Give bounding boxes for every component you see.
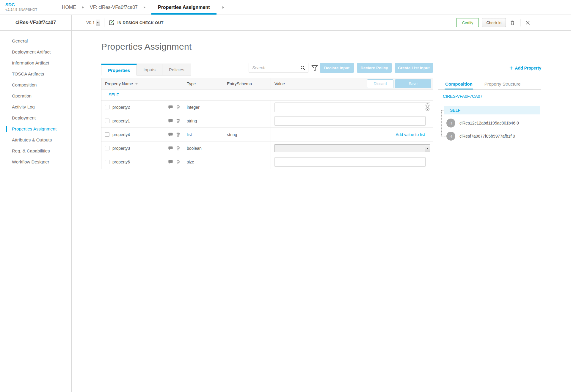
tab-properties[interactable]: Properties: [101, 64, 137, 75]
breadcrumb-properties-assignment[interactable]: Properties Assignment: [151, 0, 217, 15]
table-header: Property Name Type EntrySchema Value Dis…: [101, 78, 433, 89]
value-text-input[interactable]: [274, 157, 426, 167]
group-row-self[interactable]: SELF: [101, 89, 433, 100]
value-number-input[interactable]: [274, 103, 430, 112]
select-dropdown-button[interactable]: [425, 145, 430, 152]
hierarchy-root[interactable]: CIRES-VFA0F7CA07: [438, 90, 541, 103]
spinner-up-icon[interactable]: [426, 103, 429, 107]
controls-row: Properties Inputs Policies: [101, 63, 541, 75]
tree-item-self[interactable]: SELF: [444, 106, 540, 114]
discard-button[interactable]: Discard: [367, 79, 393, 88]
sidebar-item-deployment[interactable]: Deployment: [0, 112, 71, 123]
workspace: Property Name Type EntrySchema Value Dis…: [101, 78, 541, 169]
spinner-down-icon[interactable]: [426, 107, 429, 111]
row-checkbox[interactable]: [105, 132, 109, 137]
version-select[interactable]: [96, 19, 100, 26]
delete-row-icon[interactable]: [176, 146, 181, 151]
value-select[interactable]: [274, 144, 430, 152]
add-value-to-list-link[interactable]: Add value to list: [396, 132, 425, 137]
property-name-cell: property4: [101, 128, 183, 141]
hierarchy-tabs: Composition Property Structure: [438, 78, 541, 90]
table-row: property3: [101, 141, 433, 155]
row-checkbox[interactable]: [105, 160, 109, 164]
search-box: [249, 63, 308, 73]
tab-property-structure[interactable]: Property Structure: [484, 78, 521, 89]
sidebar-item-attributes-outputs[interactable]: Attributes & Outputs: [0, 134, 71, 145]
hierarchy-panel: Composition Property Structure CIRES-VFA…: [438, 78, 541, 146]
table-row: property2: [101, 100, 433, 114]
comment-icon[interactable]: [168, 160, 173, 164]
sidebar-item-workflow-designer[interactable]: Workflow Designer: [0, 156, 71, 167]
value-text-input[interactable]: [274, 116, 426, 126]
resource-avatar: R: [446, 119, 455, 127]
sidebar-item-activity-log[interactable]: Activity Log: [0, 101, 71, 112]
breadcrumb-separator-icon: [144, 6, 145, 9]
certify-button[interactable]: Certify: [456, 18, 479, 27]
tree-item-resource[interactable]: R ciResf7a0677f05b5977afb1f 0: [446, 132, 541, 141]
breadcrumb-vf[interactable]: VF: ciRes-VFa0f7ca07: [90, 0, 138, 15]
delete-row-icon[interactable]: [176, 160, 181, 165]
save-button[interactable]: Save: [395, 79, 431, 88]
lifecycle-status: IN DESIGN CHECK OUT: [108, 19, 164, 26]
property-name: property2: [112, 105, 130, 110]
checkout-icon: [108, 19, 115, 26]
tab-inputs[interactable]: Inputs: [137, 64, 162, 75]
sidebar-item-information-artifact[interactable]: Information Artifact: [0, 57, 71, 68]
property-name: property4: [112, 132, 130, 137]
table-row: property4: [101, 128, 433, 141]
declare-input-button[interactable]: Declare Input: [320, 63, 354, 73]
checkin-button[interactable]: Check in: [482, 18, 506, 27]
tab-policies[interactable]: Policies: [162, 64, 191, 75]
column-header-entryschema[interactable]: EntrySchema: [223, 78, 271, 89]
tab-composition[interactable]: Composition: [445, 78, 473, 89]
search-input[interactable]: [252, 65, 300, 70]
comment-icon[interactable]: [168, 119, 173, 123]
resource-avatar: R: [446, 132, 455, 141]
version-label: V0.1: [86, 20, 95, 25]
breadcrumb-separator-icon: [82, 6, 84, 9]
app-version: v.1.14.5-SNAPSHOT: [5, 8, 40, 11]
comment-icon[interactable]: [168, 132, 173, 137]
column-header-value: Value Discard Save: [271, 78, 433, 89]
sidebar-item-properties-assignment[interactable]: Properties Assignment: [0, 123, 71, 134]
entity-title: ciRes-VFa0f7ca07: [0, 15, 72, 30]
declare-actions: Declare Input Declare Policy Create List…: [320, 63, 433, 73]
entryschema-cell: [223, 141, 271, 155]
sidebar-item-deployment-artifact[interactable]: Deployment Artifact: [0, 46, 71, 57]
property-name: property6: [112, 160, 130, 164]
search-icon[interactable]: [300, 65, 305, 70]
breadcrumb-home[interactable]: HOME: [62, 0, 76, 15]
entryschema-cell: [223, 100, 271, 114]
comment-icon[interactable]: [168, 105, 173, 110]
divider: [104, 18, 104, 27]
sidebar-item-operation[interactable]: Operation: [0, 90, 71, 101]
value-cell: [271, 155, 433, 169]
close-icon[interactable]: [525, 20, 531, 26]
column-header-property-name[interactable]: Property Name: [101, 78, 183, 89]
row-checkbox[interactable]: [105, 105, 109, 109]
column-header-type[interactable]: Type: [183, 78, 223, 89]
delete-row-icon[interactable]: [176, 132, 181, 137]
table-row: property1: [101, 114, 433, 128]
add-property-button[interactable]: + Add Property: [509, 65, 541, 71]
row-checkbox[interactable]: [105, 119, 109, 123]
status-label: IN DESIGN CHECK OUT: [117, 21, 164, 25]
filter-icon[interactable]: [311, 64, 318, 72]
delete-button[interactable]: [509, 19, 516, 26]
row-checkbox[interactable]: [105, 146, 109, 150]
declare-policy-button[interactable]: Declare Policy: [357, 63, 392, 73]
create-list-input-button[interactable]: Create List Input: [395, 63, 433, 73]
toolbar-actions: Certify Check in: [456, 18, 571, 27]
sidebar-item-composition[interactable]: Composition: [0, 79, 71, 90]
sidebar-item-general[interactable]: General: [0, 35, 71, 46]
sidebar-item-tosca-artifacts[interactable]: TOSCA Artifacts: [0, 68, 71, 79]
delete-row-icon[interactable]: [176, 118, 181, 123]
sort-caret-icon: [135, 83, 138, 85]
comment-icon[interactable]: [168, 146, 173, 151]
breadcrumb-separator-icon: [222, 6, 224, 9]
property-name-cell: property3: [101, 141, 183, 155]
tree-item-resource[interactable]: R ciRes12c12abd1195ac801b46 0: [446, 119, 541, 127]
delete-row-icon[interactable]: [176, 105, 181, 110]
property-name-cell: property2: [101, 100, 183, 114]
sidebar-item-req-capabilities[interactable]: Req. & Capabilities: [0, 145, 71, 156]
